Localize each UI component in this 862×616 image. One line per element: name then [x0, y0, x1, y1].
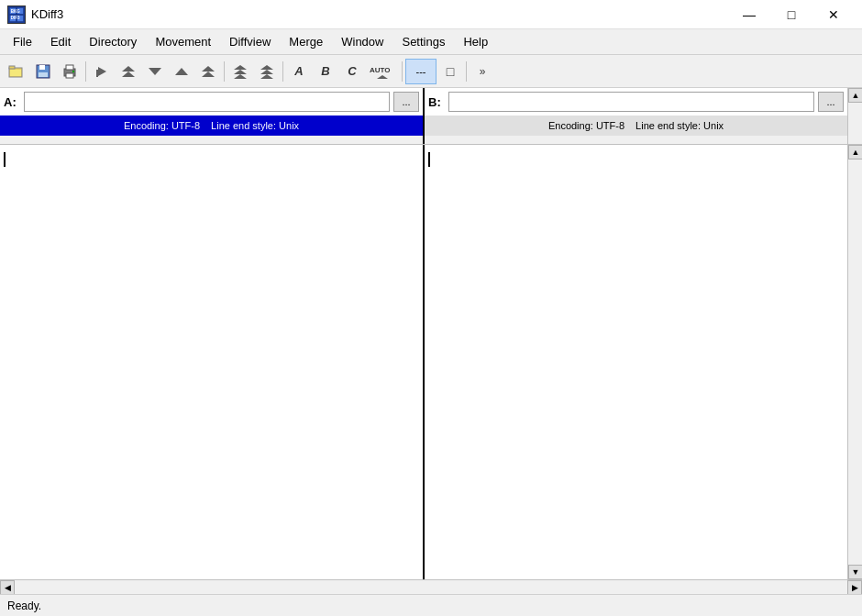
menu-item-window[interactable]: Window [332, 29, 392, 54]
svg-marker-20 [122, 72, 135, 77]
choose-a-button[interactable]: A [286, 59, 312, 84]
separator-3 [282, 61, 283, 82]
file-browse-button-b[interactable]: ... [818, 92, 844, 112]
menu-item-diffview[interactable]: Diffview [220, 29, 280, 54]
next-up-button[interactable] [169, 59, 194, 84]
app-icon: BKG DIF3 [7, 6, 26, 24]
svg-marker-27 [234, 74, 247, 79]
toolbar: A B C AUTO --- □ » [0, 55, 862, 88]
svg-marker-29 [260, 70, 273, 74]
svg-marker-19 [122, 66, 135, 72]
svg-text:DIF3: DIF3 [11, 15, 20, 19]
vertical-scrollbar: ▲ ▼ [847, 145, 862, 579]
svg-rect-9 [10, 70, 21, 76]
svg-rect-14 [66, 65, 73, 70]
separator-1 [85, 61, 86, 82]
file-path-input-a[interactable] [24, 92, 390, 112]
cursor-a [4, 152, 6, 167]
file-encoding-row-a: Encoding: UTF-8 Line end style: Unix [0, 116, 423, 136]
diff-panel-a [0, 145, 425, 579]
merge-view-button[interactable]: □ [437, 59, 463, 84]
prev-down-button[interactable] [142, 59, 168, 84]
svg-marker-28 [260, 65, 273, 70]
file-label-b: B: [428, 95, 445, 109]
scroll-up-arrow[interactable]: ▲ [848, 88, 862, 103]
prev-double-up-button[interactable] [116, 59, 141, 84]
open-button[interactable] [4, 59, 29, 84]
svg-rect-15 [66, 73, 73, 78]
menu-item-settings[interactable]: Settings [392, 29, 454, 54]
close-button[interactable]: ✕ [812, 0, 855, 29]
choose-c-button[interactable]: C [339, 59, 365, 84]
file-input-row-a: A: ... [0, 88, 423, 116]
status-text: Ready. [7, 600, 41, 612]
minimize-button[interactable]: — [728, 0, 770, 29]
horizontal-scrollbar: ◀ ▶ [0, 579, 862, 594]
svg-marker-32 [377, 75, 388, 79]
svg-rect-11 [39, 65, 45, 70]
title-left: BKG DIF3 KDiff3 [7, 6, 63, 24]
title-text: KDiff3 [31, 7, 63, 21]
prev-unresolved-button[interactable] [227, 59, 253, 84]
maximize-button[interactable]: □ [770, 0, 812, 29]
svg-marker-21 [149, 68, 161, 75]
file-panel-b: B: ... Encoding: UTF-8 Line end style: U… [425, 88, 847, 144]
scroll-left-button[interactable]: ◀ [0, 580, 15, 595]
goto-first-diff-button[interactable] [89, 59, 115, 84]
h-scroll-track[interactable] [15, 580, 847, 595]
diff-panel-b [425, 145, 847, 579]
svg-rect-16 [72, 71, 74, 72]
svg-marker-23 [202, 66, 215, 72]
file-label-a: A: [4, 95, 20, 109]
title-controls: — □ ✕ [728, 0, 855, 29]
encoding-a: Encoding: UTF-8 [124, 120, 200, 131]
more-button[interactable]: » [470, 59, 495, 84]
svg-rect-12 [39, 72, 48, 77]
file-inputs: A: ... Encoding: UTF-8 Line end style: U… [0, 88, 862, 145]
diff-mode-button[interactable]: --- [405, 59, 437, 84]
menu-item-movement[interactable]: Movement [146, 29, 220, 54]
menu-bar: FileEditDirectoryMovementDiffviewMergeWi… [0, 29, 862, 55]
file-browse-button-a[interactable]: ... [393, 92, 419, 112]
menu-item-edit[interactable]: Edit [41, 29, 80, 54]
svg-rect-17 [96, 70, 98, 77]
svg-text:BKG: BKG [11, 9, 20, 14]
menu-item-help[interactable]: Help [454, 29, 497, 54]
svg-marker-30 [260, 74, 273, 79]
next-unresolved-button[interactable] [254, 59, 280, 84]
svg-text:AUTO: AUTO [370, 66, 391, 74]
scroll-right-top: ▲ [847, 88, 862, 144]
file-input-row-b: B: ... [425, 88, 847, 116]
menu-item-file[interactable]: File [4, 29, 41, 54]
scroll-track[interactable] [848, 160, 862, 565]
scroll-down-button[interactable]: ▼ [848, 565, 862, 579]
menu-item-directory[interactable]: Directory [80, 29, 146, 54]
choose-b-button[interactable]: B [313, 59, 338, 84]
encoding-b: Encoding: UTF-8 [548, 120, 624, 131]
file-encoding-row-b: Encoding: UTF-8 Line end style: Unix [425, 116, 847, 136]
scroll-right-button[interactable]: ▶ [847, 580, 862, 595]
separator-4 [402, 61, 403, 82]
scroll-up-button[interactable]: ▲ [848, 145, 862, 160]
svg-rect-8 [9, 66, 15, 69]
title-bar: BKG DIF3 KDiff3 — □ ✕ [0, 0, 862, 29]
auto-solve-button[interactable]: AUTO [366, 59, 399, 84]
svg-marker-24 [202, 72, 215, 77]
separator-2 [224, 61, 225, 82]
line-end-b: Line end style: Unix [635, 120, 724, 131]
svg-marker-18 [98, 67, 106, 76]
print-button[interactable] [57, 59, 83, 84]
separator-5 [466, 61, 467, 82]
svg-marker-25 [234, 65, 247, 70]
main-content: ▲ ▼ [0, 145, 862, 579]
next-double-down-button[interactable] [195, 59, 221, 84]
save-button[interactable] [30, 59, 56, 84]
svg-marker-26 [234, 70, 247, 74]
file-panel-a: A: ... Encoding: UTF-8 Line end style: U… [0, 88, 425, 144]
status-bar: Ready. [0, 594, 862, 616]
menu-item-merge[interactable]: Merge [280, 29, 332, 54]
svg-marker-22 [175, 68, 188, 75]
line-end-a: Line end style: Unix [211, 120, 299, 131]
file-path-input-b[interactable] [448, 92, 814, 112]
cursor-b [428, 152, 430, 167]
